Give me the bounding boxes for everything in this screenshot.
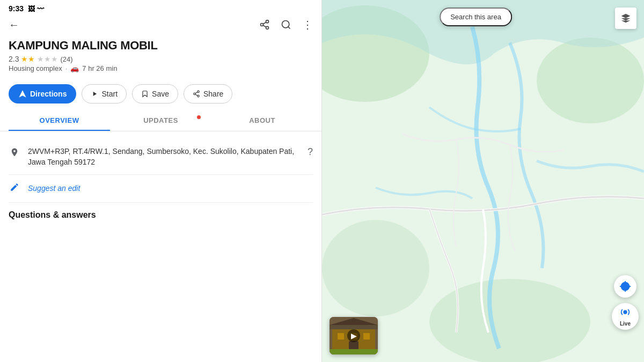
svg-point-7 [197, 91, 200, 93]
my-location-button[interactable] [614, 275, 636, 298]
directions-label: Directions [30, 90, 67, 98]
live-label: Live [620, 321, 631, 327]
rating-number: 2.3 [9, 55, 19, 63]
stars-filled: ★★ [21, 55, 35, 63]
street-view-thumbnail[interactable]: ▶ [330, 317, 378, 354]
status-time: 9:33 [9, 4, 24, 13]
place-rating: 2.3 ★★ ★★★ (24) [9, 55, 313, 63]
svg-point-2 [266, 26, 269, 29]
address-text: 2WVM+R3P, RT.4/RW.1, Sendang, Sumbersoko… [28, 146, 300, 167]
address-row: 2WVM+R3P, RT.4/RW.1, Sendang, Sumbersoko… [9, 140, 313, 174]
divider: · [65, 64, 68, 72]
place-name: KAMPUNG MALING MOBIL [9, 39, 313, 53]
svg-point-1 [261, 24, 264, 26]
svg-point-8 [194, 93, 196, 95]
edit-icon [9, 182, 20, 195]
search-this-area-button[interactable]: Search this area [440, 8, 512, 26]
right-panel: 🔵 📍 Vo LTE 4G+ ▐▐▐ 75%🔋 [322, 0, 644, 362]
svg-line-6 [288, 27, 290, 29]
svg-point-14 [537, 38, 644, 123]
live-button[interactable]: Live [612, 303, 639, 330]
review-count: (24) [60, 55, 72, 63]
tab-updates[interactable]: UPDATES [110, 110, 211, 131]
more-button[interactable]: ⋮ [302, 18, 313, 31]
status-icons: 🖼 〰 [28, 5, 44, 13]
qa-heading: Questions & answers [9, 203, 313, 224]
tab-overview-label: OVERVIEW [40, 116, 79, 124]
place-type: Housing complex · 🚗 7 hr 26 min [9, 64, 313, 72]
left-panel: 9:33 🖼 〰 ← ⋮ KAMPUNG MALING MOBIL [0, 0, 322, 362]
tabs: OVERVIEW UPDATES ABOUT [0, 110, 321, 131]
tab-about-label: ABOUT [249, 116, 275, 124]
svg-line-10 [195, 94, 197, 95]
start-button[interactable]: Start [82, 84, 127, 104]
location-icon [9, 146, 20, 157]
svg-rect-41 [330, 349, 378, 354]
svg-point-5 [282, 21, 289, 28]
live-icon [619, 306, 631, 321]
svg-point-31 [623, 310, 627, 314]
top-bar-actions: ⋮ [259, 18, 313, 31]
action-buttons: Directions Start Save Share [0, 79, 321, 110]
street-view-arrow: ▶ [347, 329, 360, 342]
svg-rect-39 [363, 333, 370, 339]
top-bar: ← ⋮ [0, 15, 321, 36]
place-info: KAMPUNG MALING MOBIL 2.3 ★★ ★★★ (24) Hou… [0, 36, 321, 79]
svg-line-3 [263, 25, 266, 27]
updates-dot [197, 115, 201, 119]
svg-point-9 [197, 95, 200, 98]
photo-icon: 🖼 [28, 5, 35, 13]
save-button[interactable]: Save [132, 84, 178, 104]
drive-time: 7 hr 26 min [82, 64, 117, 72]
content-section: 2WVM+R3P, RT.4/RW.1, Sendang, Sumbersoko… [0, 131, 321, 362]
street-view-content: ▶ [330, 317, 378, 354]
layers-button[interactable] [615, 8, 636, 29]
drive-icon: 🚗 [70, 64, 79, 72]
tab-about[interactable]: ABOUT [211, 110, 313, 131]
signal-icon: 〰 [37, 5, 44, 13]
search-button[interactable] [281, 19, 291, 30]
save-label: Save [152, 90, 169, 98]
tab-overview[interactable]: OVERVIEW [9, 110, 110, 131]
share-action-button[interactable]: Share [184, 84, 232, 104]
share-label: Share [203, 90, 223, 98]
svg-rect-35 [330, 325, 378, 329]
suggest-edit-text: Suggest an edit [28, 184, 80, 193]
svg-point-16 [322, 220, 429, 316]
category-label: Housing complex [9, 64, 62, 72]
suggest-edit-row[interactable]: Suggest an edit [9, 175, 313, 203]
directions-button[interactable]: Directions [9, 84, 76, 104]
svg-rect-37 [338, 333, 344, 339]
svg-point-15 [429, 279, 590, 362]
svg-point-0 [266, 20, 269, 23]
back-button[interactable]: ← [9, 19, 19, 31]
status-bar: 9:33 🖼 〰 [0, 0, 321, 15]
svg-line-11 [195, 92, 197, 93]
stars-empty: ★★★ [37, 55, 58, 63]
share-button[interactable] [259, 19, 270, 30]
start-label: Start [101, 90, 118, 98]
search-this-area-label: Search this area [450, 13, 501, 21]
info-action-icon[interactable]: ? [308, 146, 313, 158]
tab-updates-label: UPDATES [143, 116, 178, 124]
svg-line-4 [263, 22, 266, 24]
